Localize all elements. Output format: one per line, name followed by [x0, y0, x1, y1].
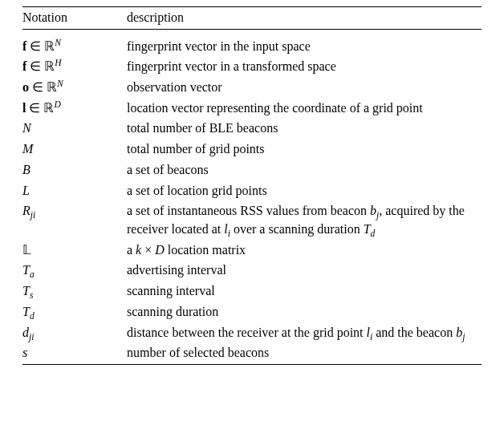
- description-cell: a k × D location matrix: [127, 240, 482, 261]
- notation-cell: B: [22, 160, 127, 180]
- notation-cell: L: [22, 180, 127, 201]
- description-cell: a set of location grid points: [127, 180, 482, 201]
- description-cell: total number of BLE beacons: [127, 119, 482, 140]
- table-header-row: Notation description: [22, 7, 482, 30]
- description-cell: scanning interval: [127, 281, 482, 302]
- notation-cell: o ∈ ℝN: [22, 77, 127, 98]
- notation-cell: N: [22, 119, 127, 140]
- description-cell: distance between the receiver at the gri…: [127, 322, 482, 343]
- header-notation: Notation: [22, 7, 127, 30]
- description-cell: a set of instantaneous RSS values from b…: [127, 201, 482, 240]
- header-description: description: [127, 7, 482, 30]
- notation-cell: l ∈ ℝD: [22, 98, 127, 119]
- table-row: La set of location grid points: [22, 180, 482, 201]
- table-row: Rjia set of instantaneous RSS values fro…: [22, 201, 482, 240]
- table-row: Mtotal number of grid points: [22, 140, 482, 160]
- table-row: 𝕃a k × D location matrix: [22, 240, 482, 261]
- notation-cell: Rji: [22, 201, 127, 240]
- description-cell: fingerprint vector in the input space: [127, 36, 482, 57]
- notation-cell: dji: [22, 322, 127, 343]
- table-body: f ∈ ℝNfingerprint vector in the input sp…: [22, 30, 482, 365]
- notation-cell: Ta: [22, 261, 127, 281]
- table-row: Tsscanning interval: [22, 281, 482, 302]
- table-row: f ∈ ℝNfingerprint vector in the input sp…: [22, 36, 482, 57]
- description-cell: a set of beacons: [127, 160, 482, 180]
- description-cell: advertising interval: [127, 261, 482, 281]
- description-cell: observation vector: [127, 77, 482, 98]
- notation-table: Notation description f ∈ ℝNfingerprint v…: [22, 6, 482, 365]
- notation-cell: 𝕃: [22, 240, 127, 261]
- table-row: l ∈ ℝDlocation vector representing the c…: [22, 98, 482, 119]
- description-cell: location vector representing the coordin…: [127, 98, 482, 119]
- description-cell: number of selected beacons: [127, 343, 482, 364]
- description-cell: fingerprint vector in a transformed spac…: [127, 57, 482, 78]
- description-cell: scanning duration: [127, 301, 482, 322]
- notation-cell: M: [22, 140, 127, 160]
- table-row: Ntotal number of BLE beacons: [22, 119, 482, 140]
- table-row: Tdscanning duration: [22, 301, 482, 322]
- description-cell: total number of grid points: [127, 140, 482, 160]
- notation-cell: Td: [22, 301, 127, 322]
- table-row: Ba set of beacons: [22, 160, 482, 180]
- table-row: o ∈ ℝNobservation vector: [22, 77, 482, 98]
- notation-cell: f ∈ ℝN: [22, 36, 127, 57]
- table-row: Taadvertising interval: [22, 261, 482, 281]
- notation-cell: Ts: [22, 281, 127, 302]
- table-row: snumber of selected beacons: [22, 343, 482, 364]
- table-row: djidistance between the receiver at the …: [22, 322, 482, 343]
- notation-cell: s: [22, 343, 127, 364]
- notation-cell: f ∈ ℝH: [22, 57, 127, 78]
- table-row: f ∈ ℝHfingerprint vector in a transforme…: [22, 57, 482, 78]
